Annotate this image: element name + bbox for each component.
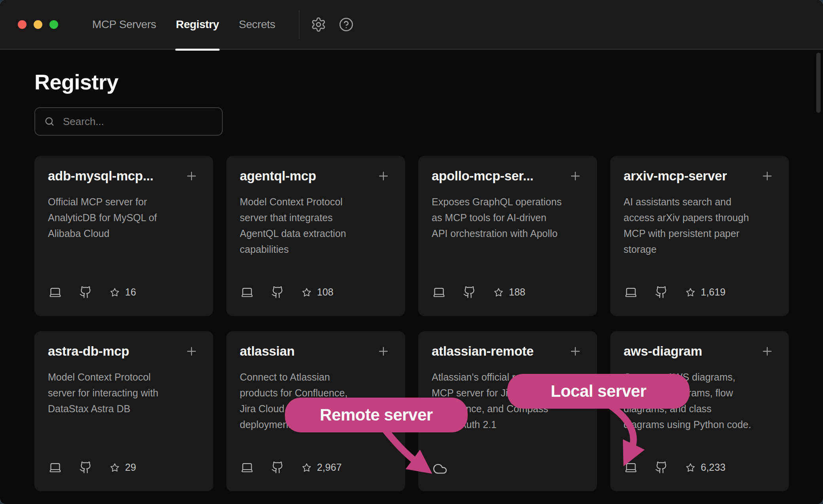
server-description: AI assistants search and access arXiv pa… xyxy=(624,194,776,257)
star-icon xyxy=(302,287,312,297)
github-stars: 6,233 xyxy=(685,462,726,473)
github-icon xyxy=(463,286,476,299)
laptop-icon xyxy=(624,461,637,474)
github-icon xyxy=(79,461,92,474)
star-count: 1,619 xyxy=(701,286,726,298)
star-icon xyxy=(110,287,120,297)
plus-icon xyxy=(377,169,390,183)
server-name: agentql-mcp xyxy=(240,169,316,184)
plus-icon xyxy=(377,345,390,358)
tab-mcp-servers[interactable]: MCP Servers xyxy=(92,0,156,49)
add-server-button[interactable] xyxy=(759,343,776,360)
github-stars: 108 xyxy=(302,286,334,298)
add-server-button[interactable] xyxy=(375,168,392,184)
github-icon xyxy=(655,286,668,299)
star-count: 188 xyxy=(509,286,525,298)
plus-icon xyxy=(185,345,198,358)
server-description: Model Context Protocol server for intera… xyxy=(48,369,200,417)
star-count: 29 xyxy=(125,462,136,473)
github-icon xyxy=(655,461,668,474)
add-server-button[interactable] xyxy=(375,343,392,360)
github-icon xyxy=(271,286,284,299)
zoom-window-button[interactable] xyxy=(49,20,58,29)
server-card-adb-mysql-mcp[interactable]: adb-mysql-mcp... Official MCP server for… xyxy=(34,156,213,316)
settings-button[interactable] xyxy=(311,17,326,32)
laptop-icon xyxy=(432,286,446,299)
plus-icon xyxy=(760,345,774,358)
add-server-button[interactable] xyxy=(183,168,200,184)
server-description: Model Context Protocol server that integ… xyxy=(240,194,392,257)
app-window: MCP Servers Registry Secrets Registry xyxy=(0,0,823,504)
page-title: Registry xyxy=(34,70,789,94)
add-server-button[interactable] xyxy=(567,343,584,360)
tab-registry[interactable]: Registry xyxy=(176,0,219,49)
server-name: aws-diagram xyxy=(624,344,702,359)
plus-icon xyxy=(185,169,198,183)
laptop-icon xyxy=(241,286,254,299)
remote-server-callout: Remote server xyxy=(285,398,468,432)
help-button[interactable] xyxy=(338,17,354,32)
star-count: 16 xyxy=(125,286,136,298)
search-input[interactable] xyxy=(63,116,213,128)
add-server-button[interactable] xyxy=(759,168,776,184)
server-card-aws-diagram[interactable]: aws-diagram Generate AWS diagrams, seque… xyxy=(610,331,789,491)
server-name: atlassian xyxy=(240,344,295,359)
titlebar-divider xyxy=(299,10,300,39)
github-stars: 16 xyxy=(110,286,136,298)
server-card-apollo-mcp-server[interactable]: apollo-mcp-ser... Exposes GraphQL operat… xyxy=(418,156,597,316)
star-icon xyxy=(110,462,120,473)
github-icon xyxy=(271,461,284,474)
github-stars: 2,967 xyxy=(302,462,342,473)
add-server-button[interactable] xyxy=(567,168,584,184)
laptop-icon xyxy=(241,461,254,474)
server-name: adb-mysql-mcp... xyxy=(48,169,154,184)
close-window-button[interactable] xyxy=(18,20,27,29)
star-icon xyxy=(302,462,312,473)
plus-icon xyxy=(569,345,582,358)
star-count: 6,233 xyxy=(701,462,726,473)
gear-icon xyxy=(311,17,326,32)
laptop-icon xyxy=(624,286,637,299)
cloud-icon xyxy=(432,461,448,476)
tab-secrets[interactable]: Secrets xyxy=(239,0,275,49)
server-name: arxiv-mcp-server xyxy=(624,169,727,184)
star-count: 108 xyxy=(317,286,334,298)
help-icon xyxy=(338,17,354,32)
server-name: apollo-mcp-ser... xyxy=(432,169,533,184)
server-card-astra-db-mcp[interactable]: astra-db-mcp Model Context Protocol serv… xyxy=(34,331,213,491)
github-icon xyxy=(79,286,92,299)
star-icon xyxy=(685,462,696,473)
window-titlebar: MCP Servers Registry Secrets xyxy=(0,0,823,50)
laptop-icon xyxy=(49,286,62,299)
laptop-icon xyxy=(49,461,62,474)
server-card-arxiv-mcp-server[interactable]: arxiv-mcp-server AI assistants search an… xyxy=(610,156,789,316)
star-icon xyxy=(685,287,696,297)
server-name: astra-db-mcp xyxy=(48,344,129,359)
star-icon xyxy=(493,287,504,297)
server-card-grid: adb-mysql-mcp... Official MCP server for… xyxy=(34,156,789,491)
traffic-lights xyxy=(18,20,58,29)
server-name: atlassian-remote xyxy=(432,344,533,359)
minimize-window-button[interactable] xyxy=(34,20,42,29)
server-card-agentql-mcp[interactable]: agentql-mcp Model Context Protocol serve… xyxy=(226,156,405,316)
plus-icon xyxy=(569,169,582,183)
github-stars: 1,619 xyxy=(685,286,726,298)
add-server-button[interactable] xyxy=(183,343,200,360)
server-description: Official MCP server for AnalyticDB for M… xyxy=(48,194,200,241)
local-server-callout: Local server xyxy=(507,374,690,409)
star-count: 2,967 xyxy=(317,462,342,473)
search-box[interactable] xyxy=(34,107,223,136)
github-stars: 29 xyxy=(110,462,136,473)
search-icon xyxy=(44,116,55,127)
main-nav-tabs: MCP Servers Registry Secrets xyxy=(92,0,275,49)
vertical-scrollbar-thumb[interactable] xyxy=(816,53,821,113)
github-stars: 188 xyxy=(493,286,525,298)
plus-icon xyxy=(760,169,774,183)
server-description: Exposes GraphQL operations as MCP tools … xyxy=(432,194,584,241)
